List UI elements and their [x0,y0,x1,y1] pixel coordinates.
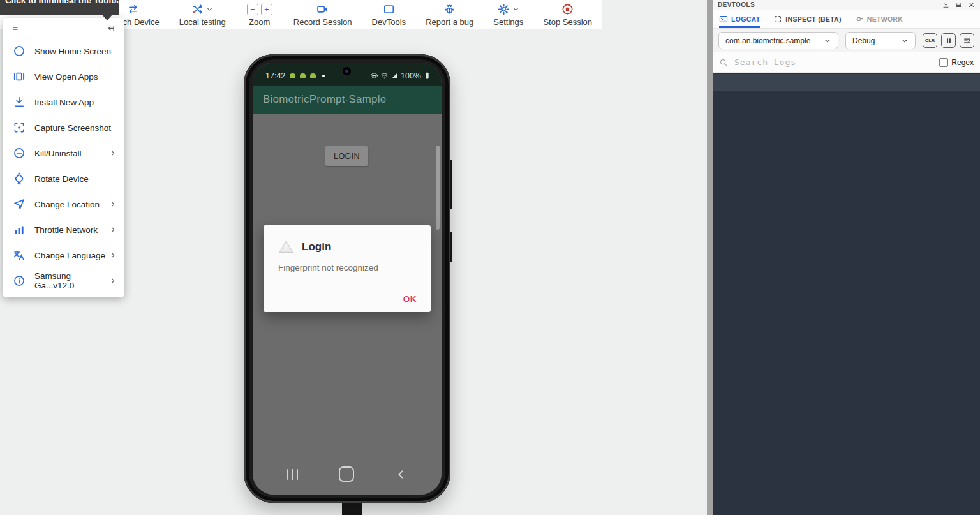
log-row[interactable]: 08-24 17:42:05.968 I/ViewRootImpl@a97da9… [713,306,980,323]
log-row[interactable]: 08-24 17:42:05.968 I/ViewRootImpl@a97da9… [713,107,980,124]
log-row[interactable]: 08-24 17:42:08.949 I/ViewRootImpl@a97da9… [713,439,980,456]
log-row[interactable]: 08-24 17:42:09.282 I/InputDispatcher( 21… [713,489,980,505]
toolbar-item-label: Record Session [293,17,352,27]
menu-item-kill-uninstall[interactable]: Kill/Uninstall [3,140,124,166]
menu-item-samsung-galaxy[interactable]: Samsung Ga...v12.0 [3,268,124,294]
log-row[interactable]: 08-24 17:42:09.282 I/ViewRootImpl@a97da9… [713,456,980,472]
menu-item-install-new-app[interactable]: Install New App [3,89,124,115]
minimise-toolbar-tooltip: Click to minimise the Toolbar [0,0,119,15]
toolbar-item-devtools[interactable]: DevTools [372,0,406,29]
dialog-title: Login [302,241,331,253]
app-live-session: Switch Device Local testing −+ Zoom Reco… [0,0,980,515]
screen-scrollbar[interactable] [436,146,440,230]
status-time: 17:42 [265,71,285,80]
close-icon[interactable] [968,1,975,8]
log-row[interactable]: 08-24 17:42:05.968 I/ViewRootImpl@a97da9… [713,323,980,340]
toolbar-icon [316,3,329,15]
android-nav-bar [253,454,442,495]
menu-item-capture-screenshot[interactable]: Capture Screenshot [3,115,124,140]
device-frame: 17:42 100% BiometricPrompt-Sample LOGIN [244,54,450,503]
log-row[interactable]: 08-24 17:42:08.949 I/ViewRootImpl@a97da9… [713,406,980,422]
toolbar-item-record-session[interactable]: Record Session [293,0,352,29]
toolbar-item-local-testing[interactable]: Local testing [179,0,226,29]
toolbar-item-label: Report a bug [426,17,473,27]
device-screen[interactable]: 17:42 100% BiometricPrompt-Sample LOGIN [253,63,442,495]
log-row[interactable]: 08-24 17:42:05.966 I/ViewRootImpl@a97da9… [713,74,980,91]
log-level-dropdown[interactable]: Debug [845,32,916,49]
menu-item-change-language[interactable]: Change Language [3,243,124,268]
log-row[interactable]: 08-24 17:42:08.948 I/InputDispatcher( 21… [713,422,980,439]
clear-logs-button[interactable]: CLR [923,33,937,48]
chevron-down-icon [824,37,831,45]
logcat-output[interactable]: 08-24 17:42:05.966 I/ViewRootImpl@a97da9… [713,73,980,515]
minimize-icon[interactable] [955,1,962,8]
devtools-tab-logcat[interactable]: LOGCAT [719,10,760,28]
log-row[interactable]: 08-24 17:42:05.967 I/ViewRootImpl@a97da9… [713,157,980,174]
login-button[interactable]: LOGIN [325,146,368,166]
home-button[interactable] [339,466,354,482]
regex-checkbox[interactable] [939,58,948,67]
pause-logs-button[interactable] [941,33,956,48]
log-row[interactable]: 08-24 17:42:05.968 I/ViewRootImpl@a97da9… [713,174,980,190]
log-row[interactable]: 08-24 17:42:09.282 I/ViewRootImpl@a97da9… [713,472,980,489]
log-row[interactable]: 08-24 17:42:05.968 I/ViewRootImpl@a97da9… [713,190,980,207]
menu-item-throttle-network[interactable]: Throttle Network [3,217,124,243]
toolbar-icon [127,3,139,15]
tab-label: LOGCAT [731,15,760,23]
log-row[interactable]: 08-24 17:42:05.968 D/ViewRootImpl@a97da9… [713,207,980,223]
toolbar-item-stop-session[interactable]: Stop Session [543,0,592,29]
devtools-tab-network[interactable]: NETWORK [855,10,903,28]
menu-item-view-open-apps[interactable]: View Open Apps [3,64,124,89]
log-row[interactable]: 08-24 17:42:05.971 I/ViewRootImpl@a97da9… [713,356,980,373]
scroll-follow-button[interactable] [960,33,974,48]
devtools-tab-inspect[interactable]: INSPECT (BETA) [773,10,841,28]
recents-button[interactable] [287,469,299,480]
menu-item-rotate-device[interactable]: Rotate Device [3,166,124,191]
search-icon [719,58,728,67]
dialog-ok-button[interactable]: OK [403,294,417,304]
menu-item-icon [13,172,26,185]
menu-item-label: Change Location [34,200,100,209]
search-logs-input[interactable] [733,57,934,68]
log-row[interactable]: 08-24 17:42:05.968 D/ViewRootImpl@a97da9… [713,140,980,157]
log-row[interactable]: 08-24 17:42:05.968 D/ViewRootImpl@a97da9… [713,273,980,290]
menu-item-change-location[interactable]: Change Location [3,191,124,217]
log-row[interactable]: 08-24 17:42:09.282 I/InputDispatcher( 21… [713,505,980,515]
chevron-down-icon [512,6,519,13]
android-notification-icon [290,73,295,78]
log-row[interactable]: 08-24 17:42:05.968 I/ViewRootImpl@a97da9… [713,240,980,257]
log-row[interactable]: 08-24 17:42:05.967 I/ViewRootImpl@a97da9… [713,91,980,107]
devtools-resize-handle[interactable] [707,0,713,515]
menu-item-label: Capture Screenshot [34,123,111,133]
menu-item-label: View Open Apps [34,72,98,82]
tab-icon [855,15,864,24]
battery-icon [423,71,431,80]
menu-item-label: Rotate Device [34,174,89,184]
volume-button [450,160,452,209]
download-logs-icon[interactable] [942,1,949,8]
menu-item-label: Samsung Ga...v12.0 [34,271,109,290]
log-row[interactable]: 08-24 17:42:05.968 D/ViewRootImpl@a97da9… [713,340,980,356]
drag-handle-icon[interactable] [11,23,22,34]
toolbar-icon [561,3,574,15]
log-search-row: Regex [713,52,980,73]
logcat-controls: com.an.biometric.sample Debug CLR [713,29,980,52]
toolbar-item-report-a-bug[interactable]: Report a bug [426,0,473,29]
toolbar-item-zoom[interactable]: −+ Zoom [246,0,274,29]
package-dropdown[interactable]: com.an.biometric.sample [718,32,838,49]
menu-item-show-home-screen[interactable]: Show Home Screen [3,38,124,64]
log-row[interactable]: 08-24 17:42:05.971 I/ViewRootImpl@a97da9… [713,373,980,389]
signal-icon [390,71,399,80]
back-button[interactable] [395,468,407,481]
log-row[interactable]: 08-24 17:42:05.968 I/ViewRootImpl@a97da9… [713,257,980,273]
log-row[interactable]: 08-24 17:42:05.967 I/ViewRootImpl@a97da9… [713,290,980,306]
log-row[interactable]: 08-24 17:42:08.948 I/InputDispatcher( 21… [713,389,980,406]
app-title: BiometricPrompt-Sample [263,93,386,106]
log-row[interactable]: 08-24 17:42:05.967 I/ViewRootImpl@a97da9… [713,223,980,240]
warning-triangle-icon [278,239,294,255]
toolbar-item-settings[interactable]: Settings [493,0,523,29]
log-row[interactable]: 08-24 17:42:05.968 I/ViewRootImpl@a97da9… [713,124,980,140]
regex-toggle[interactable]: Regex [939,58,974,67]
toolbar-icon [191,3,204,15]
app-bar: BiometricPrompt-Sample [253,86,442,114]
